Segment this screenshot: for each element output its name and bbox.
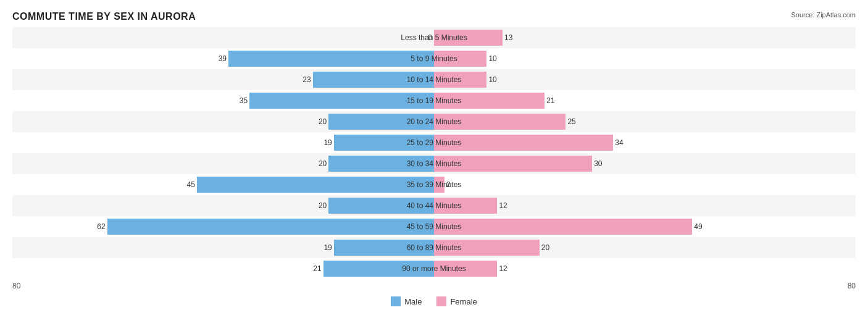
male-value: 62 bbox=[97, 222, 105, 231]
male-legend-box bbox=[391, 296, 401, 306]
male-value: 19 bbox=[323, 243, 332, 252]
chart-title: COMMUTE TIME BY SEX IN AURORA bbox=[12, 11, 856, 22]
female-value: 49 bbox=[694, 222, 702, 231]
left-section: 62 bbox=[12, 216, 434, 237]
male-value: 23 bbox=[303, 75, 311, 84]
female-bar: 12 bbox=[434, 261, 497, 277]
legend: Male Female bbox=[12, 296, 856, 306]
female-bar: 20 bbox=[434, 240, 540, 256]
female-bar: 25 bbox=[434, 114, 565, 130]
female-value: 20 bbox=[541, 243, 549, 252]
female-bar: 10 bbox=[434, 72, 486, 88]
female-value: 12 bbox=[499, 264, 507, 273]
right-section: 25 bbox=[434, 111, 856, 132]
bar-row: 20 20 to 24 Minutes 25 bbox=[12, 111, 856, 132]
male-bar: 19 bbox=[334, 240, 434, 256]
bar-row: 45 35 to 39 Minutes 2 bbox=[12, 174, 856, 195]
female-value: 12 bbox=[499, 201, 507, 210]
male-bar: 62 bbox=[107, 219, 434, 235]
left-section: 19 bbox=[12, 132, 434, 153]
female-value: 21 bbox=[546, 96, 554, 105]
axis-right: 80 bbox=[848, 282, 856, 290]
female-value: 2 bbox=[446, 180, 451, 189]
female-bar: 2 bbox=[434, 177, 444, 193]
female-value: 34 bbox=[615, 138, 623, 147]
female-bar: 21 bbox=[434, 93, 545, 109]
male-bar: 20 bbox=[328, 198, 434, 214]
left-section: 35 bbox=[12, 90, 434, 111]
male-value: 20 bbox=[319, 201, 327, 210]
left-section: 19 bbox=[12, 237, 434, 258]
left-section: 20 bbox=[12, 111, 434, 132]
left-section: 21 bbox=[12, 258, 434, 279]
rows-wrapper: 0 Less than 5 Minutes 13 39 5 to 9 Minut… bbox=[12, 27, 856, 279]
bar-row: 21 90 or more Minutes 12 bbox=[12, 258, 856, 279]
legend-male: Male bbox=[391, 296, 422, 306]
female-value: 25 bbox=[567, 117, 575, 126]
male-bar: 23 bbox=[313, 72, 434, 88]
female-bar: 12 bbox=[434, 198, 497, 214]
right-section: 20 bbox=[434, 237, 856, 258]
male-value: 20 bbox=[319, 159, 327, 168]
bar-row: 62 45 to 59 Minutes 49 bbox=[12, 216, 856, 237]
female-legend-label: Female bbox=[450, 297, 477, 306]
left-section: 39 bbox=[12, 48, 434, 69]
male-value: 20 bbox=[319, 117, 327, 126]
female-value: 13 bbox=[504, 33, 512, 42]
male-bar: 20 bbox=[328, 156, 434, 172]
right-section: 10 bbox=[434, 48, 856, 69]
right-section: 12 bbox=[434, 195, 856, 216]
right-section: 49 bbox=[434, 216, 856, 237]
left-section: 0 bbox=[12, 27, 434, 48]
bar-row: 35 15 to 19 Minutes 21 bbox=[12, 90, 856, 111]
male-value: 45 bbox=[186, 180, 194, 189]
male-bar: 35 bbox=[249, 93, 434, 109]
male-value: 35 bbox=[240, 96, 248, 105]
female-bar: 30 bbox=[434, 156, 592, 172]
right-section: 2 bbox=[434, 174, 856, 195]
female-bar: 49 bbox=[434, 219, 692, 235]
axis-line: 80 80 bbox=[12, 279, 856, 293]
male-bar: 45 bbox=[197, 177, 434, 193]
female-bar: 13 bbox=[434, 30, 503, 46]
male-bar: 20 bbox=[328, 114, 434, 130]
male-legend-label: Male bbox=[404, 297, 422, 306]
male-value: 19 bbox=[323, 138, 332, 147]
left-section: 23 bbox=[12, 69, 434, 90]
bar-row: 0 Less than 5 Minutes 13 bbox=[12, 27, 856, 48]
female-value: 10 bbox=[488, 75, 496, 84]
bar-row: 19 60 to 89 Minutes 20 bbox=[12, 237, 856, 258]
female-value: 30 bbox=[594, 159, 602, 168]
right-section: 12 bbox=[434, 258, 856, 279]
bar-row: 20 30 to 34 Minutes 30 bbox=[12, 153, 856, 174]
right-section: 30 bbox=[434, 153, 856, 174]
male-bar: 39 bbox=[228, 51, 434, 67]
legend-female: Female bbox=[436, 296, 477, 306]
chart-area: 0 Less than 5 Minutes 13 39 5 to 9 Minut… bbox=[12, 27, 856, 306]
axis-left: 80 bbox=[12, 282, 20, 290]
male-bar: 19 bbox=[334, 135, 434, 151]
male-bar: 21 bbox=[323, 261, 434, 277]
bar-row: 20 40 to 44 Minutes 12 bbox=[12, 195, 856, 216]
female-value: 10 bbox=[488, 54, 496, 63]
left-section: 20 bbox=[12, 195, 434, 216]
source-text: Source: ZipAtlas.com bbox=[791, 11, 856, 19]
right-section: 10 bbox=[434, 69, 856, 90]
right-section: 13 bbox=[434, 27, 856, 48]
female-legend-box bbox=[436, 296, 446, 306]
female-bar: 34 bbox=[434, 135, 613, 151]
bar-row: 23 10 to 14 Minutes 10 bbox=[12, 69, 856, 90]
left-section: 20 bbox=[12, 153, 434, 174]
chart-container: COMMUTE TIME BY SEX IN AURORA Source: Zi… bbox=[0, 0, 868, 323]
left-section: 45 bbox=[12, 174, 434, 195]
male-value: 39 bbox=[219, 54, 227, 63]
bar-row: 39 5 to 9 Minutes 10 bbox=[12, 48, 856, 69]
female-bar: 10 bbox=[434, 51, 486, 67]
bar-row: 19 25 to 29 Minutes 34 bbox=[12, 132, 856, 153]
right-section: 21 bbox=[434, 90, 856, 111]
male-value: 21 bbox=[313, 264, 321, 273]
right-section: 34 bbox=[434, 132, 856, 153]
male-value: 0 bbox=[428, 33, 432, 42]
